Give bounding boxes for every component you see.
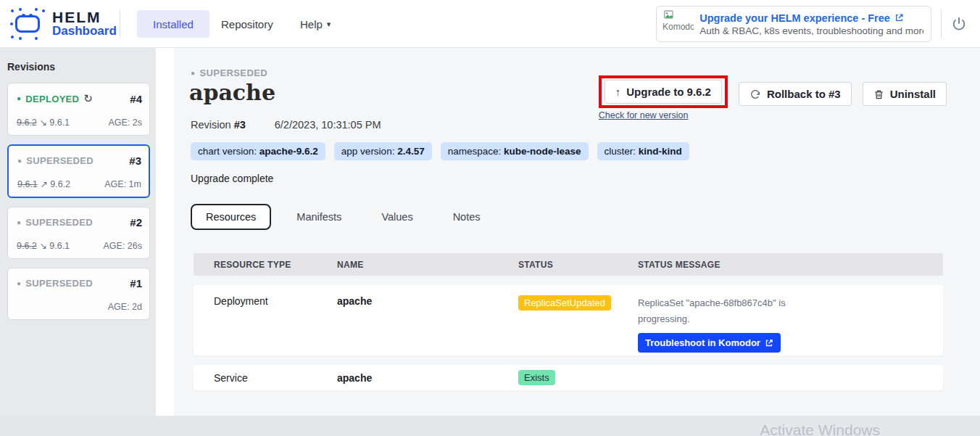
status-message-text: ReplicaSet "apache-68fb867c4b" is progre… (638, 295, 794, 327)
page-title: apache (189, 80, 275, 105)
resources-table: RESOURCE TYPE NAME STATUS STATUS MESSAGE… (194, 253, 943, 390)
release-status: ● SUPERSEDED (191, 67, 267, 78)
helm-dashboard-logo[interactable]: HELM Dashboard (10, 8, 117, 40)
revision-status: ● SUPERSEDED (17, 217, 93, 228)
komodor-image-alt: Komodor (663, 22, 694, 32)
revision-date: 6/2/2023, 10:31:05 PM (275, 119, 381, 131)
power-icon (951, 16, 967, 32)
revision-card-1[interactable]: ● SUPERSEDED #1 AGE: 2d (7, 268, 150, 320)
status-message-cell: ReplicaSet "apache-68fb867c4b" is progre… (638, 295, 943, 355)
revision-status: ● SUPERSEDED (17, 155, 94, 166)
revision-status: ● SUPERSEDED (17, 278, 93, 289)
banner-title-text: Upgrade your HELM experience - Free (699, 12, 890, 24)
revision-card-2[interactable]: ● SUPERSEDED #2 9.6.2 ↘ 9.6.1 AGE: 26s (7, 207, 150, 259)
header-divider (120, 10, 120, 38)
release-actions: ↑ Upgrade to 9.6.2 Check for new version… (599, 75, 947, 120)
nav-installed-label: Installed (153, 18, 194, 30)
tab-values[interactable]: Values (367, 205, 427, 229)
rollback-icon (749, 89, 761, 100)
arrow-up-icon: ↑ (615, 86, 621, 98)
revision-versions: 9.6.2 ↘ 9.6.1 (17, 117, 70, 128)
resource-type-cell: Deployment (214, 295, 337, 355)
revision-age: AGE: 2d (108, 302, 142, 312)
trash-icon (873, 89, 884, 100)
status-dot-icon: ● (17, 95, 21, 102)
chart-version-badge: chart version: apache-9.6.2 (191, 142, 325, 160)
revision-meta: Revision #3 6/2/2023, 10:31:05 PM (191, 119, 381, 131)
header-divider-right (941, 9, 942, 38)
revision-versions: 9.6.2 ↘ 9.6.1 (17, 240, 70, 251)
tab-notes[interactable]: Notes (439, 205, 495, 229)
tab-manifests[interactable]: Manifests (282, 205, 356, 229)
revision-age: AGE: 1m (104, 179, 141, 189)
col-name: NAME (337, 260, 518, 270)
broken-image-icon (664, 10, 676, 20)
logo-title: HELM (52, 10, 117, 25)
arrow-icon: ↘ (39, 118, 46, 128)
table-header: RESOURCE TYPE NAME STATUS STATUS MESSAGE (194, 253, 943, 276)
banner-title-link[interactable]: Upgrade your HELM experience - Free (699, 12, 923, 24)
status-dot-icon: ● (17, 280, 21, 287)
revision-card-4[interactable]: ● DEPLOYED ↻ #4 9.6.2 ↘ 9.6.1 AGE: 2s (7, 83, 150, 136)
status-badge: Exists (518, 370, 555, 385)
col-status-message: STATUS MESSAGE (638, 260, 943, 270)
power-shutdown-button[interactable] (951, 16, 968, 33)
activate-windows-watermark: Activate Windows (760, 421, 880, 436)
table-row-deployment: Deployment apache ReplicaSetUpdated Repl… (194, 285, 943, 355)
resource-name-cell: apache (337, 295, 518, 355)
nav-installed[interactable]: Installed (137, 10, 209, 38)
resource-status-cell: Exists (518, 370, 638, 385)
resource-status-cell: ReplicaSetUpdated (518, 295, 638, 355)
table-row-service: Service apache Exists (194, 365, 943, 390)
revision-number: #1 (130, 277, 142, 289)
app-version-badge: app version: 2.4.57 (334, 142, 432, 160)
revision-number: #3 (129, 155, 141, 167)
release-badges: chart version: apache-9.6.2 app version:… (191, 142, 689, 160)
komodor-upgrade-banner[interactable]: Komodor Upgrade your HELM experience - F… (656, 6, 931, 42)
revision-status: ● DEPLOYED ↻ (17, 92, 93, 105)
revision-number: #2 (130, 216, 142, 229)
check-new-version-link[interactable]: Check for new version (599, 110, 728, 120)
upgrade-complete-note: Upgrade complete (191, 173, 273, 184)
rollback-button[interactable]: Rollback to #3 (739, 82, 852, 106)
logo-subtitle: Dashboard (52, 25, 117, 38)
bottom-strip: Activate Windows (0, 416, 980, 436)
sidebar-main-gap (156, 48, 174, 416)
upgrade-group: ↑ Upgrade to 9.6.2 Check for new version (599, 75, 728, 120)
status-dot-icon: ● (17, 157, 22, 165)
nav-repository[interactable]: Repository (221, 10, 273, 38)
status-dot-icon: ● (191, 70, 195, 77)
namespace-badge: namespace: kube-node-lease (441, 142, 589, 160)
uninstall-button[interactable]: Uninstall (863, 82, 947, 106)
col-status: STATUS (518, 260, 638, 270)
external-link-icon (765, 339, 773, 347)
revision-card-3-selected[interactable]: ● SUPERSEDED #3 9.6.1 ↗ 9.6.2 AGE: 1m (7, 144, 150, 198)
troubleshoot-komodor-button[interactable]: Troubleshoot in Komodor (638, 333, 781, 353)
arrow-icon: ↘ (39, 241, 46, 251)
release-detail-panel: ● SUPERSEDED apache Revision #3 6/2/2023… (174, 48, 980, 416)
revisions-sidebar: Revisions ● DEPLOYED ↻ #4 9.6.2 ↘ 9.6.1 … (0, 48, 156, 416)
resource-type-cell: Service (214, 372, 337, 384)
reload-icon: ↻ (83, 92, 93, 105)
chevron-down-icon: ▾ (327, 20, 331, 29)
status-dot-icon: ● (17, 219, 21, 226)
komodor-broken-image: Komodor (663, 9, 694, 39)
external-link-icon (894, 13, 904, 22)
top-header: HELM Dashboard Installed Repository Help… (0, 0, 980, 48)
banner-subtitle: Auth & RBAC, k8s events, troubleshooting… (699, 25, 923, 36)
revision-age: AGE: 26s (104, 241, 143, 251)
revision-number: #4 (130, 93, 142, 105)
revision-versions: 9.6.1 ↗ 9.6.2 (17, 178, 70, 189)
col-resource-type: RESOURCE TYPE (214, 260, 337, 270)
nav-help-label: Help (300, 18, 323, 30)
annotation-red-box: ↑ Upgrade to 9.6.2 (599, 75, 728, 108)
nav-help-dropdown[interactable]: Help ▾ (300, 10, 331, 38)
upgrade-button[interactable]: ↑ Upgrade to 9.6.2 (605, 80, 722, 104)
tab-resources[interactable]: Resources (191, 204, 271, 230)
revision-label: Revision #3 (191, 119, 246, 131)
revisions-title: Revisions (7, 61, 150, 73)
detail-tabs: Resources Manifests Values Notes (191, 204, 506, 230)
resource-name-cell: apache (337, 372, 518, 384)
cluster-badge: cluster: kind-kind (597, 142, 689, 160)
helm-logo-icon (10, 8, 45, 40)
